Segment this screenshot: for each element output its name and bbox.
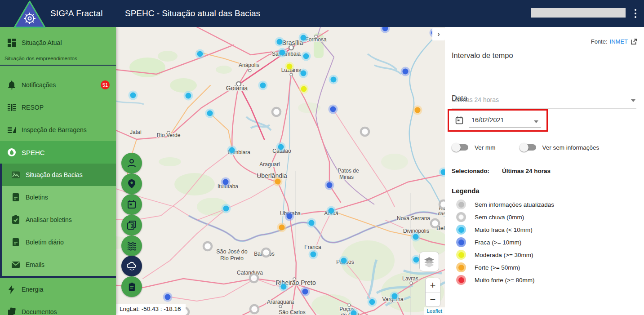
station-dot-sem-chuva[interactable] xyxy=(272,108,280,116)
station-dot-cyan[interactable] xyxy=(329,208,334,214)
calendar-icon xyxy=(126,199,137,210)
station-dot-blue[interactable] xyxy=(302,289,308,295)
dam-inspection-icon xyxy=(6,124,17,135)
legend-item: Moderada (>= 30mm) xyxy=(452,248,554,261)
station-dot-cyan[interactable] xyxy=(223,206,229,212)
zoom-out-button[interactable]: − xyxy=(426,293,440,307)
station-dot-cyan[interactable] xyxy=(311,252,316,257)
documents-icon xyxy=(6,306,17,315)
station-dot-sem-chuva[interactable] xyxy=(440,200,445,209)
ver-sem-informacoes-toggle[interactable] xyxy=(521,144,536,151)
station-dot-sem-chuva[interactable] xyxy=(361,128,369,136)
layers-control-button[interactable] xyxy=(419,252,439,271)
kebab-menu-icon[interactable] xyxy=(630,7,641,20)
sidebar-section-note: Situação dos empreendimentos xyxy=(0,54,116,66)
station-dot-blue[interactable] xyxy=(330,106,336,112)
date-value: 16/02/2021 xyxy=(471,116,504,124)
app-logo[interactable] xyxy=(11,0,49,28)
ver-mm-label: Ver mm xyxy=(475,144,496,151)
station-dot-cyan[interactable] xyxy=(277,39,283,45)
sidebar-item-emails[interactable]: Emails xyxy=(2,253,116,276)
station-dot-cyan[interactable] xyxy=(303,53,309,59)
city-label: Patos de xyxy=(338,168,359,174)
station-dot-cyan[interactable] xyxy=(309,220,315,226)
station-dot-yellow[interactable] xyxy=(287,64,293,70)
sidebar-item-spehc[interactable]: SPEHC xyxy=(0,141,116,164)
legend-item: Sem chuva (0mm) xyxy=(452,211,554,223)
clipboard-tool-button[interactable] xyxy=(121,276,142,297)
station-dot-blue[interactable] xyxy=(403,69,409,75)
station-dot-orange[interactable] xyxy=(275,179,281,185)
station-dot-cyan[interactable] xyxy=(278,144,284,150)
station-dot-cyan[interactable] xyxy=(229,147,235,153)
station-dot-orange[interactable] xyxy=(415,107,421,113)
city-label: Uberlândia xyxy=(257,172,287,179)
legend-dot-muito-fraca xyxy=(456,225,466,235)
sidebar-item-inspecao-barragens[interactable]: Inspeção de Barragens xyxy=(0,119,116,141)
station-dot-cyan[interactable] xyxy=(331,77,337,83)
rain-cloud-tool-button[interactable] xyxy=(121,256,142,276)
date-underline xyxy=(469,127,541,128)
external-link-icon[interactable] xyxy=(630,38,638,45)
station-dot-cyan[interactable] xyxy=(207,111,213,116)
date-picker-highlighted[interactable]: 16/02/2021 xyxy=(448,109,548,132)
panel-collapse-button[interactable]: › xyxy=(432,28,445,40)
city-label: Jataí xyxy=(130,129,142,135)
sidebar-item-situacao-das-bacias[interactable]: Situação das Bacias xyxy=(2,164,116,186)
person-tool-button[interactable] xyxy=(121,153,142,173)
city-label: São Carlos xyxy=(279,309,305,315)
layers-icon xyxy=(423,256,435,267)
leaflet-map[interactable]: BrasíliaFormosaSamambaiaAnápolisLuziânia… xyxy=(116,27,445,315)
station-dot-sem-chuva[interactable] xyxy=(262,248,270,257)
calendar-tool-button[interactable] xyxy=(121,194,142,215)
legend: Sem informações atualizadas Sem chuva (0… xyxy=(452,198,554,286)
station-dot-cyan[interactable] xyxy=(369,299,375,305)
sidebar-item-energia[interactable]: Energia xyxy=(0,278,116,301)
station-dot-sem-chuva[interactable] xyxy=(250,274,258,282)
station-dot-cyan[interactable] xyxy=(280,50,285,56)
station-dot-sem-chuva[interactable] xyxy=(204,242,212,250)
station-dot-cyan[interactable] xyxy=(301,35,306,41)
bell-icon xyxy=(6,80,17,90)
station-dot-sem-chuva[interactable] xyxy=(431,219,439,227)
station-dot-yellow[interactable] xyxy=(301,86,307,92)
station-dot-cyan[interactable] xyxy=(260,83,266,89)
station-dot-cyan[interactable] xyxy=(197,51,203,57)
station-dot-cyan[interactable] xyxy=(341,258,347,264)
station-dot-orange[interactable] xyxy=(279,225,285,231)
sidebar-item-analisar-boletins[interactable]: Analisar boletins xyxy=(2,209,116,231)
leaflet-link[interactable]: Leaflet xyxy=(426,308,442,314)
station-dot-cyan[interactable] xyxy=(413,257,419,263)
legend-item: Forte (>= 50mm) xyxy=(452,261,554,274)
ver-mm-toggle[interactable] xyxy=(453,144,468,151)
zoom-in-button[interactable]: + xyxy=(426,278,440,293)
interval-select[interactable]: Últimas 24 horas xyxy=(452,93,636,109)
sidebar-item-boletins[interactable]: Boletins xyxy=(2,186,116,209)
envelope-icon xyxy=(10,259,21,270)
selected-interval-row: Selecionado:Últimas 24 horas xyxy=(452,168,551,174)
sidebar-item-notificacoes[interactable]: Notificações 51 xyxy=(0,74,116,96)
station-dot-blue[interactable] xyxy=(327,182,333,188)
station-dot-cyan[interactable] xyxy=(392,293,398,299)
station-dot-sem-chuva[interactable] xyxy=(250,305,258,313)
rain-cloud-icon xyxy=(126,260,138,272)
inmet-link[interactable]: INMET xyxy=(610,38,628,45)
location-tool-button[interactable] xyxy=(121,173,142,194)
station-dot-cyan[interactable] xyxy=(130,93,136,98)
station-dot-blue[interactable] xyxy=(223,179,229,185)
sidebar-item-resop[interactable]: RESOP xyxy=(0,96,116,119)
station-dot-cyan[interactable] xyxy=(413,234,419,240)
sidebar-item-documentos[interactable]: Documentos xyxy=(0,301,116,315)
city-label: Minas xyxy=(339,174,354,180)
multi-calendar-tool-button[interactable]: 3 xyxy=(121,215,142,235)
station-dot-blue[interactable] xyxy=(287,213,293,219)
sidebar-item-boletim-diario[interactable]: Boletim diário xyxy=(2,231,116,253)
station-dot-cyan[interactable] xyxy=(301,71,306,76)
waves-tool-button[interactable] xyxy=(121,235,142,256)
station-dot-cyan[interactable] xyxy=(186,93,191,99)
sidebar-item-situacao-atual[interactable]: Situação Atual xyxy=(0,31,116,54)
data-section-title: Data xyxy=(452,94,467,102)
legend-dot-muito-forte xyxy=(456,275,466,285)
station-dot-cyan[interactable] xyxy=(281,284,287,290)
station-dot-blue[interactable] xyxy=(165,294,171,300)
